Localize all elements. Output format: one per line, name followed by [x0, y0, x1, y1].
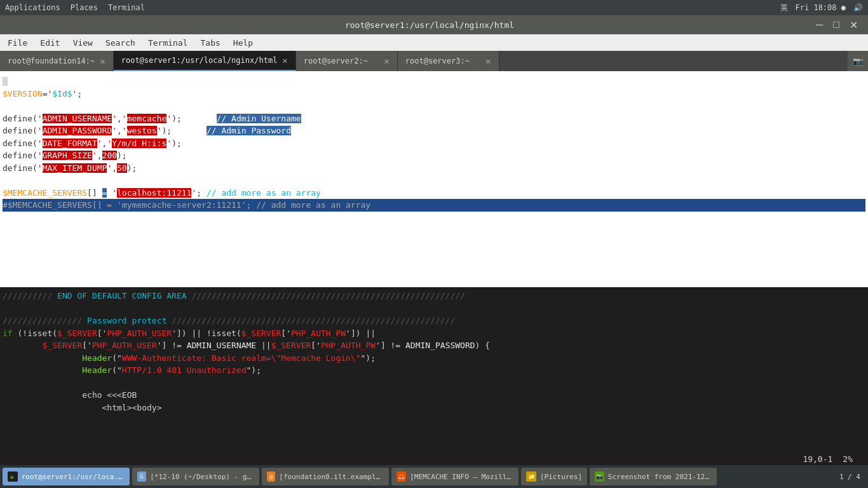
code-line-server-check: $_SERVER['PHP_AUTH_USER'] != ADMIN_USERN…	[3, 339, 865, 352]
code-line-header1: Header("WWW-Authenticate: Basic realm=\"…	[3, 352, 865, 365]
code-line-version: $VERSION='$Id$';	[3, 88, 865, 100]
system-bar-left: Applications Places Terminal	[5, 3, 145, 12]
tab-label: root@server2:~	[304, 57, 368, 65]
cursor	[3, 77, 8, 86]
system-bar-right: 英 Fri 18:08 ● 🔊	[780, 3, 863, 13]
window-controls: ─ □ ✕	[813, 19, 860, 31]
tab-label: root@server3:~	[405, 57, 470, 65]
menu-tabs[interactable]: Tabs	[196, 37, 226, 49]
taskbar-files-label: [Pictures]	[540, 473, 582, 481]
folder-icon: 📁	[526, 471, 536, 482]
code-line-password-protect: //////////////// Password protect //////…	[3, 315, 865, 327]
minimize-button[interactable]: ─	[813, 19, 825, 31]
code-line-echo: echo <<<EOB	[3, 389, 865, 402]
taskbar-browser1-label: [foundation0.ilt.example.co...	[279, 473, 384, 481]
tab-label: root@server1:/usr/local/nginx/html	[121, 56, 278, 65]
code-line-graph-size: define('GRAPH_SIZE',200);	[3, 149, 865, 162]
code-line-memcache-server2: #$MEMCACHE_SERVERS[] = 'mymemcache-serve…	[3, 199, 865, 212]
code-line-empty2	[3, 174, 865, 187]
tab-foundation14[interactable]: root@foundation14:~ ✕	[0, 51, 114, 71]
gedit-icon: G	[137, 471, 146, 482]
restore-button[interactable]: □	[831, 19, 842, 31]
applications-menu[interactable]: Applications	[5, 3, 60, 12]
menu-file[interactable]: File	[3, 37, 32, 49]
code-line-date-format: define('DATE_FORMAT','Y/m/d H:i:s');	[3, 137, 865, 150]
browser-icon: @	[267, 471, 275, 482]
terminal-icon: ▶	[8, 471, 18, 482]
tab-close-icon[interactable]: ✕	[485, 56, 491, 66]
menu-edit[interactable]: Edit	[35, 37, 65, 49]
editor-bottom-section[interactable]: ////////// END OF DEFAULT CONFIG AREA //…	[0, 287, 868, 453]
tab-screenshot-button[interactable]: 📷	[848, 51, 868, 71]
tabs-bar: root@foundation14:~ ✕ root@server1:/usr/…	[0, 51, 868, 71]
menu-help[interactable]: Help	[228, 37, 258, 49]
menu-terminal[interactable]: Terminal	[143, 37, 193, 49]
tab-server3[interactable]: root@server3:~ ✕	[398, 51, 499, 71]
menu-view[interactable]: View	[68, 37, 98, 49]
code-line-end-config: ////////// END OF DEFAULT CONFIG AREA //…	[3, 290, 865, 302]
code-line-html-body: <html><body>	[3, 402, 865, 414]
terminal-menu[interactable]: Terminal	[108, 3, 145, 12]
code-line-cursor	[3, 75, 865, 88]
system-bar: Applications Places Terminal 英 Fri 18:08…	[0, 0, 868, 15]
taskbar-terminal-label: root@server1:/usr/loca...	[22, 473, 125, 481]
taskbar-firefox[interactable]: 🦊 [MEMCACHE INFO — Mozill...	[391, 468, 519, 485]
tab-close-icon[interactable]: ✕	[100, 56, 105, 66]
code-line-header2: Header("HTTP/1.0 401 Unauthorized");	[3, 364, 865, 377]
firefox-icon: 🦊	[397, 471, 406, 482]
menu-bar: File Edit View Search Terminal Tabs Help	[0, 34, 868, 51]
menu-search[interactable]: Search	[100, 37, 140, 49]
code-line-memcache-servers: $MEMCACHE_SERVERS[] = 'localhost:11211';…	[3, 187, 865, 200]
window-title: root@server1:/usr/local/nginx/html	[46, 20, 813, 30]
taskbar-screenshot-label: Screenshot from 2021-12-...	[608, 473, 712, 481]
tab-server2[interactable]: root@server2:~ ✕	[296, 51, 398, 71]
workspace-pager: 1 / 4	[834, 473, 865, 481]
code-line-admin-pass: define('ADMIN_PASSWORD','westos'); // Ad…	[3, 125, 865, 137]
taskbar-firefox-label: [MEMCACHE INFO — Mozill...	[410, 473, 513, 481]
taskbar: ▶ root@server1:/usr/loca... G [*12-10 (~…	[0, 465, 868, 488]
code-line-max-item: define('MAX_ITEM_DUMP',50);	[3, 162, 865, 175]
code-line-if: if (!isset($_SERVER['PHP_AUTH_USER']) ||…	[3, 327, 865, 340]
tab-label: root@foundation14:~	[8, 57, 95, 65]
code-line-empty1	[3, 100, 865, 112]
language-indicator[interactable]: 英	[780, 3, 788, 13]
datetime-indicator: Fri 18:08 ●	[796, 3, 846, 12]
screenshot-app-icon: 📷	[595, 471, 604, 482]
taskbar-gedit-label: [*12-10 (~/Desktop) - gedit]	[150, 473, 254, 481]
tab-close-icon[interactable]: ✕	[384, 56, 389, 66]
taskbar-gedit[interactable]: G [*12-10 (~/Desktop) - gedit]	[132, 468, 259, 485]
code-line-empty5	[3, 377, 865, 390]
screenshot-icon: 📷	[853, 57, 863, 66]
code-line-empty3	[3, 212, 865, 224]
taskbar-files[interactable]: 📁 [Pictures]	[521, 468, 587, 485]
places-menu[interactable]: Places	[71, 3, 98, 12]
volume-icon[interactable]: 🔊	[853, 3, 863, 12]
status-line: 19,0-1 2%	[0, 453, 868, 465]
taskbar-browser1[interactable]: @ [foundation0.ilt.example.co...	[262, 468, 389, 485]
terminal-content: $VERSION='$Id$'; define('ADMIN_USERNAME'…	[0, 71, 868, 465]
taskbar-terminal[interactable]: ▶ root@server1:/usr/loca...	[3, 468, 130, 485]
editor-top-section[interactable]: $VERSION='$Id$'; define('ADMIN_USERNAME'…	[0, 71, 868, 287]
close-button[interactable]: ✕	[847, 19, 860, 31]
file-percent: 2%	[843, 454, 853, 464]
taskbar-screenshot[interactable]: 📷 Screenshot from 2021-12-...	[590, 468, 717, 485]
tab-close-icon[interactable]: ✕	[282, 55, 287, 65]
tab-server1[interactable]: root@server1:/usr/local/nginx/html ✕	[114, 51, 296, 71]
cursor-position: 19,0-1	[803, 454, 832, 464]
code-line-admin-user: define('ADMIN_USERNAME','memcache'); // …	[3, 112, 865, 125]
code-line-empty4	[3, 302, 865, 315]
title-bar: root@server1:/usr/local/nginx/html ─ □ ✕	[0, 15, 868, 34]
